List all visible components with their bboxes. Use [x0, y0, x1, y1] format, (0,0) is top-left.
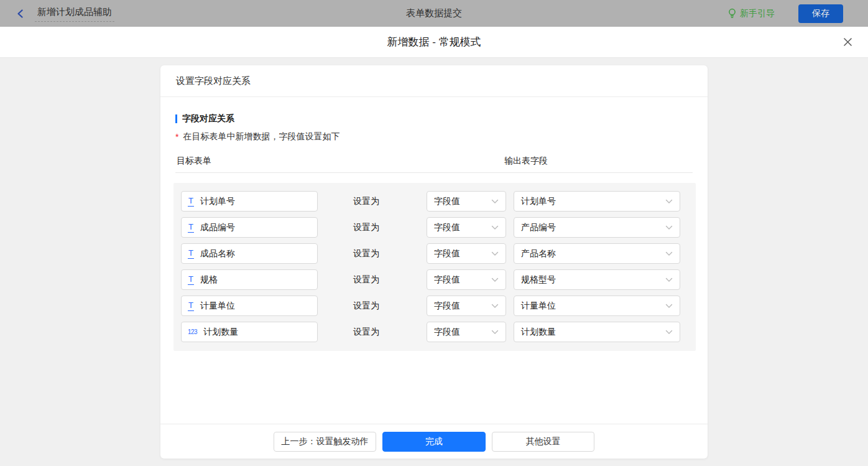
target-field-label: 计划单号 [200, 196, 235, 207]
mapping-rows-container: T 计划单号 设置为 字段值 计划单号 T [173, 183, 696, 351]
output-field-value: 计量单位 [521, 301, 556, 312]
accent-bar [175, 114, 177, 123]
value-type-select[interactable]: 字段值 [427, 243, 506, 264]
chevron-down-icon [665, 199, 673, 204]
output-field-select[interactable]: 规格型号 [514, 269, 680, 290]
prev-step-button[interactable]: 上一步：设置触发动作 [274, 432, 376, 452]
chevron-down-icon [665, 251, 673, 256]
modal-body: 设置字段对应关系 字段对应关系 * 在目标表单中新增数据，字段值设置如下 目标表… [0, 65, 868, 466]
target-field-unit[interactable]: T 计量单位 [181, 296, 318, 316]
top-bar: 新增计划成品辅助 表单数据提交 新手引导 保存 [0, 0, 868, 27]
chevron-down-icon [491, 304, 499, 309]
set-as-label: 设置为 [353, 248, 390, 259]
target-field-spec[interactable]: T 规格 [181, 269, 318, 290]
field-mapping-panel: 设置字段对应关系 字段对应关系 * 在目标表单中新增数据，字段值设置如下 目标表… [160, 65, 708, 459]
chevron-down-icon [665, 225, 673, 230]
done-button[interactable]: 完成 [382, 432, 486, 452]
column-header-target: 目标表单 [177, 156, 211, 167]
panel-footer: 上一步：设置触发动作 完成 其他设置 [160, 424, 708, 459]
output-field-value: 计划单号 [521, 196, 556, 207]
set-as-label: 设置为 [353, 196, 390, 207]
output-field-value: 规格型号 [521, 274, 556, 286]
output-field-select[interactable]: 计划单号 [514, 191, 680, 212]
close-button[interactable] [841, 36, 854, 49]
value-type-select[interactable]: 字段值 [427, 269, 506, 290]
text-field-icon: T [188, 301, 194, 311]
required-mark: * [175, 132, 178, 142]
other-settings-button[interactable]: 其他设置 [492, 432, 594, 452]
save-button[interactable]: 保存 [798, 4, 843, 23]
target-field-plan-no[interactable]: T 计划单号 [181, 191, 318, 212]
workflow-title[interactable]: 新增计划成品辅助 [35, 5, 114, 22]
output-field-select[interactable]: 计量单位 [514, 296, 680, 316]
chevron-down-icon [491, 251, 499, 256]
value-type-value: 字段值 [434, 327, 460, 338]
column-headers: 目标表单 输出表字段 [175, 156, 693, 168]
target-field-product-code[interactable]: T 成品编号 [181, 217, 318, 238]
value-type-value: 字段值 [434, 274, 460, 286]
modal-header: 新增数据 - 常规模式 [0, 27, 868, 58]
mapping-row: T 成品编号 设置为 字段值 产品编号 [181, 217, 688, 238]
close-icon [843, 37, 852, 47]
set-as-label: 设置为 [353, 274, 390, 286]
target-field-label: 成品名称 [200, 248, 235, 259]
output-field-select[interactable]: 产品名称 [514, 243, 680, 264]
value-type-value: 字段值 [434, 248, 460, 259]
modal-title: 新增数据 - 常规模式 [387, 35, 481, 49]
chevron-down-icon [665, 330, 673, 335]
chevron-down-icon [491, 199, 499, 204]
output-field-value: 产品名称 [521, 248, 556, 259]
lightbulb-icon [727, 8, 737, 19]
text-field-icon: T [188, 197, 194, 207]
set-as-label: 设置为 [353, 222, 390, 233]
number-field-icon: 123 [188, 329, 197, 335]
value-type-value: 字段值 [434, 196, 460, 207]
chevron-down-icon [665, 277, 673, 282]
target-field-label: 计量单位 [200, 301, 235, 312]
section-title-label: 字段对应关系 [182, 113, 234, 124]
target-field-label: 计划数量 [203, 327, 238, 338]
beginner-guide-label: 新手引导 [740, 8, 775, 19]
mapping-row: T 规格 设置为 字段值 规格型号 [181, 269, 688, 290]
column-header-output: 输出表字段 [504, 156, 548, 167]
value-type-select[interactable]: 字段值 [427, 296, 506, 316]
hint-row: * 在目标表单中新增数据，字段值设置如下 [175, 131, 693, 142]
set-as-label: 设置为 [353, 301, 390, 312]
mapping-row: T 计划单号 设置为 字段值 计划单号 [181, 191, 688, 212]
chevron-left-icon [16, 9, 25, 18]
hint-text: 在目标表单中新增数据，字段值设置如下 [183, 131, 339, 142]
output-field-select[interactable]: 计划数量 [514, 322, 680, 342]
chevron-down-icon [491, 330, 499, 335]
beginner-guide-link[interactable]: 新手引导 [727, 8, 775, 19]
target-field-product-name[interactable]: T 成品名称 [181, 243, 318, 264]
target-field-label: 规格 [200, 274, 218, 286]
panel-header: 设置字段对应关系 [160, 65, 708, 97]
divider [175, 172, 693, 173]
mapping-row: 123 计划数量 设置为 字段值 计划数量 [181, 322, 688, 342]
text-field-icon: T [188, 249, 194, 259]
value-type-value: 字段值 [434, 301, 460, 312]
output-field-select[interactable]: 产品编号 [514, 217, 680, 238]
output-field-value: 产品编号 [521, 222, 556, 233]
chevron-down-icon [491, 225, 499, 230]
text-field-icon: T [188, 275, 194, 285]
mapping-row: T 成品名称 设置为 字段值 产品名称 [181, 243, 688, 264]
value-type-select[interactable]: 字段值 [427, 217, 506, 238]
set-as-label: 设置为 [353, 327, 390, 338]
back-button[interactable] [14, 7, 27, 21]
chevron-down-icon [491, 277, 499, 282]
chevron-down-icon [665, 304, 673, 309]
output-field-value: 计划数量 [521, 327, 556, 338]
text-field-icon: T [188, 223, 194, 233]
value-type-select[interactable]: 字段值 [427, 191, 506, 212]
target-field-label: 成品编号 [200, 222, 235, 233]
target-field-plan-qty[interactable]: 123 计划数量 [181, 322, 318, 342]
value-type-value: 字段值 [434, 222, 460, 233]
section-title: 字段对应关系 [175, 113, 693, 124]
mapping-row: T 计量单位 设置为 字段值 计量单位 [181, 296, 688, 316]
value-type-select[interactable]: 字段值 [427, 322, 506, 342]
